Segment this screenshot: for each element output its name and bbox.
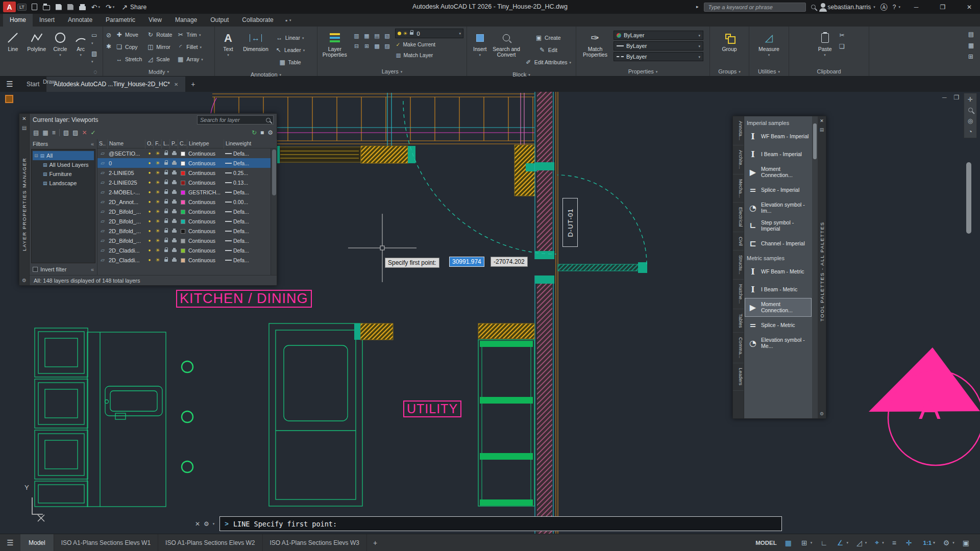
- open-file-icon[interactable]: [43, 4, 50, 10]
- new-property-filter-icon[interactable]: ▤: [33, 129, 39, 136]
- search-expand-icon[interactable]: ▸: [696, 5, 699, 9]
- layer-color-swatch[interactable]: [178, 228, 187, 234]
- share-button[interactable]: ↗ Share: [121, 4, 146, 11]
- close-button[interactable]: ✕: [959, 0, 980, 14]
- new-vp-frozen-layer-icon[interactable]: ▨: [72, 129, 78, 136]
- tool-step-symbol-imperial[interactable]: ∟ Step symbol - Imperial: [745, 217, 811, 235]
- palette-tab[interactable]: Annota...: [733, 116, 744, 145]
- layer-on-icon[interactable]: ●: [145, 180, 154, 185]
- new-layer-icon[interactable]: ▧: [63, 129, 69, 136]
- trim-button[interactable]: ✂ Trim ▾: [175, 29, 205, 41]
- 2D_Annot...[interactable]: ▱ 2D_Annot... ● ☀ Continuous 0.00...: [97, 197, 277, 207]
- layer-lock-icon[interactable]: [162, 199, 170, 205]
- layer-plot-icon[interactable]: [170, 170, 178, 176]
- new-layout-button[interactable]: +: [366, 534, 383, 551]
- invert-filter-checkbox[interactable]: [33, 267, 38, 272]
- circle-button[interactable]: Circle▾: [51, 29, 70, 57]
- filter-tree-item[interactable]: ⊟ ▤ All: [33, 151, 94, 160]
- panel-label-modify[interactable]: Modify▾: [103, 67, 214, 76]
- move-button[interactable]: ✚ Move: [114, 29, 143, 41]
- line-button[interactable]: Line: [3, 29, 23, 52]
- undo-icon[interactable]: ↶▾: [91, 4, 100, 11]
- properties-icon[interactable]: ⚙: [22, 278, 27, 283]
- layer-plot-icon[interactable]: [170, 218, 178, 224]
- 2D_Bifold_...[interactable]: ▱ 2D_Bifold_... ● ☀ Continuous Defa...: [97, 226, 277, 236]
- dynamic-input-toggle[interactable]: ✛: [902, 534, 918, 551]
- paste-button[interactable]: Paste▾: [813, 29, 837, 57]
- ribbon-extra-icon[interactable]: ⊞: [968, 53, 974, 60]
- layer-freeze-icon[interactable]: ☀: [154, 257, 162, 263]
- new-file-icon[interactable]: [32, 4, 37, 10]
- layer-lock-icon[interactable]: [162, 151, 170, 157]
- copy-button[interactable]: ❏ Copy: [114, 41, 143, 53]
- close-icon[interactable]: ✕: [820, 118, 824, 123]
- layer-on-icon[interactable]: ●: [145, 219, 154, 223]
- hatch-tool-icon[interactable]: ▧ ▾: [91, 50, 100, 64]
- panel-label-utilities[interactable]: Utilities▾: [749, 67, 789, 76]
- layer-lock-icon[interactable]: [162, 228, 170, 234]
- layer-freeze-icon[interactable]: ☀: [154, 180, 162, 185]
- layer-tool-icon[interactable]: ▨: [384, 43, 389, 49]
- autodesk-assistant-icon[interactable]: Ⓐ: [880, 4, 888, 11]
- settings-icon[interactable]: ⚙: [267, 129, 273, 136]
- layer-select-dropdown[interactable]: ☀ 0 ▾: [395, 29, 463, 38]
- layer-color-swatch[interactable]: [178, 151, 187, 157]
- tool-item[interactable]: Metric samples: [745, 253, 811, 263]
- polar-tracking-toggle[interactable]: ∠ ▾: [833, 534, 852, 551]
- tool-channel-imperial[interactable]: ⊏ Channel - Imperial: [745, 235, 811, 253]
- layer-on-icon[interactable]: ●: [145, 199, 154, 204]
- column-header[interactable]: L..: [162, 139, 170, 148]
- layer-lock-icon[interactable]: [162, 180, 170, 186]
- delete-layer-icon[interactable]: ✕: [82, 129, 87, 136]
- layer-tool-icon[interactable]: ▤: [374, 33, 379, 39]
- make-current-button[interactable]: ✓ Make Current: [395, 39, 463, 49]
- osnap-toggle[interactable]: ⌖ ▾: [871, 534, 888, 551]
- linetype-dropdown[interactable]: ByLayer▾: [614, 52, 703, 61]
- layer-lock-icon[interactable]: [162, 209, 170, 215]
- command-line[interactable]: ✕ ⚙ ▾ > LINE Specify first point:: [193, 516, 782, 532]
- column-header[interactable]: P..: [170, 139, 178, 148]
- layer-on-icon[interactable]: ●: [145, 258, 154, 262]
- tool-i-beam-metric[interactable]: I I Beam - Metric: [745, 281, 811, 298]
- layer-freeze-icon[interactable]: ☀: [154, 209, 162, 214]
- @SECTIO...[interactable]: ▱ @SECTIO... ● ☀ Continuous Defa...: [97, 148, 277, 158]
- object-color-dropdown[interactable]: ByLayer▾: [614, 31, 703, 40]
- layer-freeze-icon[interactable]: ☀: [154, 170, 162, 176]
- panel-label-block[interactable]: Block▾: [467, 70, 576, 79]
- pan-icon[interactable]: ✛: [968, 96, 973, 103]
- customization-button[interactable]: ⚙ ▾: [939, 534, 959, 551]
- edit-attributes-button[interactable]: ✐ Edit Attributes ▾: [523, 56, 573, 68]
- layer-plot-icon[interactable]: [170, 209, 178, 215]
- close-icon[interactable]: ✕: [22, 116, 26, 121]
- panel-label-properties[interactable]: Properties▾: [576, 67, 709, 76]
- column-header[interactable]: F..: [154, 139, 162, 148]
- tab-parametric[interactable]: Parametric: [99, 14, 142, 27]
- 2-LINIE05[interactable]: ▱ 2-LINIE05 ● ☀ Continuous 0.25...: [97, 168, 277, 178]
- panel-label-clipboard[interactable]: Clipboard: [789, 67, 869, 76]
- rotate-button[interactable]: ↻ Rotate: [145, 29, 174, 41]
- help-button[interactable]: ?▾: [893, 4, 900, 11]
- lineweight-dropdown[interactable]: ByLayer▾: [614, 41, 703, 51]
- ortho-toggle[interactable]: ∟: [816, 534, 833, 551]
- tab-view[interactable]: View: [142, 14, 168, 27]
- palette-tab[interactable]: Tables: [733, 309, 744, 333]
- model-tab[interactable]: Model: [20, 534, 54, 551]
- 2-MÖBEL-...[interactable]: ▱ 2-MÖBEL-... ● ☀ GESTRICH... Defa...: [97, 187, 277, 197]
- redo-icon[interactable]: ↷▾: [106, 4, 114, 11]
- column-header[interactable]: C..: [178, 139, 187, 148]
- layer-on-icon[interactable]: ●: [145, 248, 154, 253]
- search-convert-button[interactable]: Search and Convert: [492, 29, 520, 58]
- table-button[interactable]: ▦ Table: [277, 56, 303, 68]
- panel-label-groups[interactable]: Groups▾: [710, 67, 749, 76]
- palette-tab[interactable]: Civil: [733, 232, 744, 251]
- autohide-icon[interactable]: ▤: [820, 127, 824, 132]
- insert-block-button[interactable]: Insert▾: [470, 29, 489, 57]
- layer-on-icon[interactable]: ●: [145, 209, 154, 214]
- layout-tab[interactable]: ISO A1-Plans Sections Elevs W3: [262, 534, 366, 551]
- revision-cloud-icon[interactable]: ◌: [93, 68, 97, 76]
- layout-tab[interactable]: ISO A1-Plans Sections Elevs W1: [54, 534, 158, 551]
- tab-annotate[interactable]: Annotate: [61, 14, 99, 27]
- palette-tab[interactable]: Comma...: [733, 333, 744, 363]
- palette-tab[interactable]: Leaders: [733, 363, 744, 390]
- grid-toggle[interactable]: ▦: [781, 534, 797, 551]
